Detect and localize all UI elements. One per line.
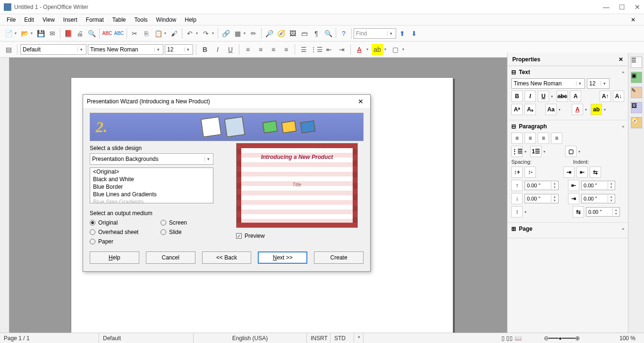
vertical-ruler[interactable]	[0, 58, 9, 339]
side-shadow-button[interactable]: A	[570, 91, 581, 102]
spacing-below-input[interactable]: 0.00 "	[525, 194, 559, 203]
undo-button[interactable]: ↶	[184, 28, 195, 39]
side-bold-button[interactable]: B	[511, 91, 523, 102]
drawing-button[interactable]: ✏	[248, 28, 259, 39]
save-button[interactable]: 💾	[35, 28, 46, 39]
design-listbox[interactable]: <Original> Black and White Blue Border B…	[90, 167, 213, 203]
menu-help[interactable]: Help	[181, 16, 200, 24]
bold-button[interactable]: B	[199, 44, 211, 55]
side-shrink-button[interactable]: A↓	[613, 91, 624, 102]
side-italic-button[interactable]: I	[525, 91, 536, 102]
list-item[interactable]: Blue Lines and Gradients	[90, 191, 213, 198]
find-combo[interactable]: Find ▾	[354, 28, 396, 39]
help-button[interactable]: ?	[338, 28, 349, 39]
dialog-close-button[interactable]: ✕	[355, 98, 366, 105]
style-combo[interactable]: Default▾	[20, 44, 86, 55]
align-right-button[interactable]: ≡	[268, 44, 279, 55]
side-super-button[interactable]: Aᵃ	[511, 104, 523, 115]
underline-button[interactable]: U	[225, 44, 236, 55]
redo-button[interactable]: ↷	[200, 28, 212, 39]
collapse-icon[interactable]: ⊟	[511, 69, 516, 75]
side-bullets[interactable]: ⋮☰	[511, 146, 523, 157]
more-icon[interactable]: ▫	[622, 123, 624, 130]
indent-right-input[interactable]: 0.00 "	[581, 194, 615, 203]
back-button[interactable]: << Back	[202, 251, 252, 264]
minimize-button[interactable]: —	[603, 3, 610, 11]
cancel-button[interactable]: Cancel	[146, 251, 195, 264]
radio-slide[interactable]: Slide	[161, 229, 217, 235]
size-combo[interactable]: 12▾	[165, 44, 193, 55]
radio-overhead[interactable]: Overhead sheet	[90, 229, 156, 235]
create-button[interactable]: Create	[314, 251, 364, 264]
spacing-above-input[interactable]: 0.00 "	[525, 181, 559, 190]
close-button[interactable]: ✕	[635, 3, 640, 11]
side-justify[interactable]: ≡	[551, 133, 562, 144]
dec-indent-button[interactable]: ⇤	[576, 167, 588, 178]
side-numbers[interactable]: 1☰	[530, 146, 542, 157]
list-item[interactable]: Black and White	[90, 176, 213, 183]
nonprint-button[interactable]: ¶	[311, 28, 322, 39]
menu-view[interactable]: View	[39, 16, 59, 24]
indent-less-button[interactable]: ⇤	[323, 44, 335, 55]
sidebar-tab-menu[interactable]: ☰	[631, 57, 642, 68]
sidebar-tab-navigator[interactable]: 🧭	[631, 117, 642, 128]
open-button[interactable]: 📂	[19, 28, 30, 39]
inc-indent-button[interactable]: ⇥	[563, 167, 575, 178]
status-signature[interactable]	[364, 333, 498, 343]
list-item[interactable]: <Original>	[90, 168, 213, 176]
datasources-button[interactable]: 🗃	[299, 28, 310, 39]
menu-format[interactable]: Format	[82, 16, 108, 24]
bullet-list-button[interactable]: ⋮☰	[311, 44, 322, 55]
email-button[interactable]: ✉	[47, 28, 58, 39]
hanging-indent-button[interactable]: ⇆	[590, 167, 601, 178]
help-button[interactable]: Help	[90, 251, 139, 264]
spellcheck-button[interactable]: ABC	[102, 28, 113, 39]
status-lang[interactable]: English (USA)	[194, 333, 307, 343]
design-category-combo[interactable]: Presentation Backgrounds▾	[90, 153, 213, 165]
number-list-button[interactable]: ☰	[298, 44, 309, 55]
indent-first-input[interactable]: 0.00 "	[586, 207, 620, 217]
gallery-button[interactable]: 🖼	[287, 28, 298, 39]
cut-button[interactable]: ✂	[129, 28, 140, 39]
new-doc-button[interactable]: 📄	[3, 28, 14, 39]
status-style[interactable]: Default	[99, 333, 194, 343]
radio-screen[interactable]: Screen	[161, 219, 217, 226]
find-replace-button[interactable]: 🔎	[263, 28, 275, 39]
side-strike-button[interactable]: abc	[557, 91, 568, 102]
menu-window[interactable]: Window	[153, 16, 180, 24]
radio-paper[interactable]: Paper	[90, 238, 156, 245]
side-font-combo[interactable]: Times New Roman▾	[511, 78, 585, 89]
find-next-button[interactable]: ⬇	[408, 28, 420, 39]
indent-more-button[interactable]: ⇥	[336, 44, 347, 55]
side-grow-button[interactable]: A↑	[600, 91, 611, 102]
status-sel[interactable]: *	[354, 333, 364, 343]
more-icon[interactable]: ▫	[622, 69, 624, 75]
format-paint-button[interactable]: 🖌	[169, 28, 180, 39]
sidebar-tab-styles[interactable]: ✎	[631, 87, 642, 98]
find-prev-button[interactable]: ⬆	[397, 28, 408, 39]
paste-button[interactable]: 📋	[153, 28, 164, 39]
list-item[interactable]: Blue Border	[90, 183, 213, 191]
menu-tools[interactable]: Tools	[131, 16, 152, 24]
collapse-icon[interactable]: ⊟	[511, 123, 516, 130]
side-bgcolor[interactable]: ▢	[565, 146, 576, 157]
sidebar-close-icon[interactable]: ✕	[619, 56, 623, 63]
justify-button[interactable]: ≡	[280, 44, 292, 55]
indent-left-input[interactable]: 0.00 "	[581, 181, 615, 190]
font-combo[interactable]: Times New Roman▾	[88, 44, 163, 55]
maximize-button[interactable]: ☐	[619, 3, 625, 11]
zoom-slider[interactable]: ⊖━━━●━━━━⊕	[540, 333, 616, 343]
menu-insert[interactable]: Insert	[59, 16, 81, 24]
bg-color-button[interactable]: ▢	[390, 44, 401, 55]
styles-button[interactable]: ▤	[3, 44, 14, 55]
side-caseswitch-button[interactable]: Aa	[545, 104, 557, 115]
inc-spacing-button[interactable]: ↕+	[511, 167, 523, 178]
pdf-button[interactable]: 📕	[62, 28, 74, 39]
next-button[interactable]: Next >>	[258, 251, 307, 264]
menu-table[interactable]: Table	[109, 16, 130, 24]
align-center-button[interactable]: ≡	[255, 44, 266, 55]
sidebar-tab-gallery[interactable]: 🖼	[631, 102, 642, 113]
side-underline-button[interactable]: U	[538, 91, 549, 102]
dec-spacing-button[interactable]: ↕-	[525, 167, 536, 178]
more-icon[interactable]: ▫	[622, 226, 624, 232]
